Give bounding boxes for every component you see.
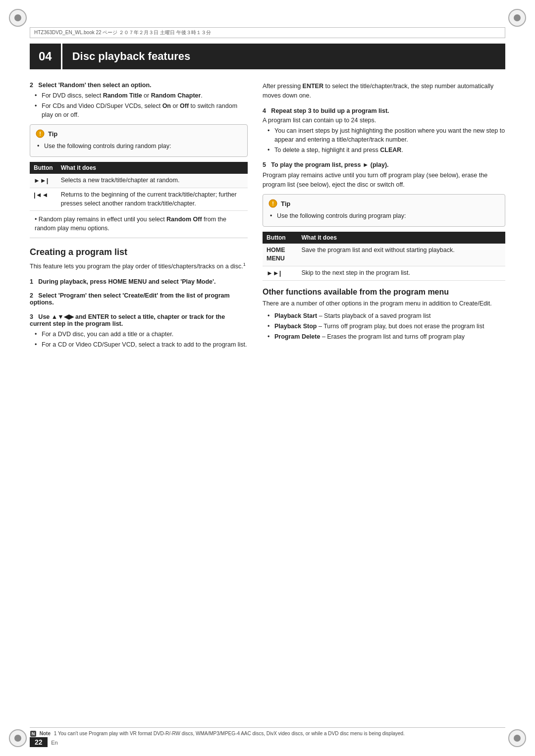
table-row: HOME MENU Save the program list and exit… <box>263 244 505 266</box>
step3-heading: 3 Use ▲▼◀▶ and ENTER to select a title, … <box>30 313 248 327</box>
random-note: • Random play remains in effect until yo… <box>35 215 248 233</box>
table2-col2-header: What it does <box>298 232 506 244</box>
tip-box-2: ! Tip Use the following controls during … <box>263 194 505 226</box>
chapter-number: 04 <box>30 44 62 69</box>
tip-header-1: ! Tip <box>35 129 242 139</box>
step4-bullets: You can insert steps by just highlightin… <box>268 126 505 154</box>
table2-desc-1: Save the program list and exit without s… <box>298 244 506 266</box>
controls-table-1: Button What it does ►►| Selects a new tr… <box>30 162 248 211</box>
footer-note: N Note 1 You can't use Program play with… <box>30 727 505 737</box>
step3-bullet-2: For a CD or Video CD/Super VCD, select a… <box>35 340 248 349</box>
table1-desc-1: Selects a new track/title/chapter at ran… <box>57 174 248 188</box>
other-intro: There are a number of other options in t… <box>263 299 505 308</box>
table1-col1-header: Button <box>30 162 57 174</box>
table-row: ►►| Skip to the next step in the program… <box>263 266 505 281</box>
table-row: |◄◄ Returns to the beginning of the curr… <box>30 188 248 211</box>
page-lang: En <box>51 740 57 746</box>
step2b-heading: 2 Select 'Program' then select 'Create/E… <box>30 292 248 306</box>
step5-heading: 5 To play the program list, press ► (pla… <box>263 161 505 168</box>
tip-label-2: Tip <box>281 200 290 207</box>
tip-label-1: Tip <box>48 130 57 138</box>
table2-col1-header: Button <box>263 232 298 244</box>
svg-text:N: N <box>32 731 35 736</box>
step1-heading: 1 During playback, press HOME MENU and s… <box>30 278 248 285</box>
svg-text:!: ! <box>272 201 274 206</box>
corner-decoration-bl <box>9 729 27 747</box>
tip-icon-1: ! <box>35 129 45 139</box>
corner-decoration-tr <box>508 9 526 27</box>
tip-header-2: ! Tip <box>268 199 500 208</box>
tip-icon-2: ! <box>268 199 278 208</box>
page-number-area: 22 En <box>30 737 58 747</box>
file-header: HTZ363DVD_EN_WL.book 22 ページ ２０７年２月３日 土曜日… <box>30 27 505 38</box>
svg-text:!: ! <box>39 131 41 137</box>
step2-heading: 2 Select 'Random' then select an option. <box>30 82 248 89</box>
tip-box-1: ! Tip Use the following controls during … <box>30 124 248 156</box>
main-content: 2 Select 'Random' then select an option.… <box>30 77 505 716</box>
corner-decoration-br <box>508 729 526 747</box>
table2-btn-1: HOME MENU <box>263 244 298 266</box>
table1-btn-2: |◄◄ <box>30 188 57 211</box>
section-intro: This feature lets you program the play o… <box>30 261 248 271</box>
table-row: ►►| Selects a new track/title/chapter at… <box>30 174 248 188</box>
step4-bullet-1: You can insert steps by just highlightin… <box>268 126 505 144</box>
step4-heading: 4 Repeat step 3 to build up a program li… <box>263 107 505 114</box>
tip-content-1: Use the following controls during random… <box>37 142 242 151</box>
controls-table-2: Button What it does HOME MENU Save the p… <box>263 232 505 281</box>
other-bullet-3: Program Delete – Erases the program list… <box>268 332 505 341</box>
table1-col2-header: What it does <box>57 162 248 174</box>
chapter-header: 04 Disc playback features <box>30 44 505 69</box>
page-num: 22 <box>30 737 48 747</box>
step4-bullet-2: To delete a step, highlight it and press… <box>268 146 505 154</box>
step2-bullet-2: For CDs and Video CD/Super VCDs, select … <box>35 101 248 119</box>
table2-btn-2: ►►| <box>263 266 298 281</box>
step2-bullets: For DVD discs, select Random Title or Ra… <box>35 91 248 119</box>
other-functions-title: Other functions available from the progr… <box>263 288 505 297</box>
tip1-intro: Use the following controls during random… <box>37 142 242 151</box>
other-bullet-2: Playback Stop – Turns off program play, … <box>268 322 505 331</box>
other-bullets: Playback Start – Starts playback of a sa… <box>268 311 505 341</box>
step5-text: Program play remains active until you tu… <box>263 171 505 190</box>
right-column: After pressing ENTER to select the title… <box>263 77 505 716</box>
table1-btn-1: ►►| <box>30 174 57 188</box>
left-column: 2 Select 'Random' then select an option.… <box>30 77 248 716</box>
note-text: 1 You can't use Program play with VR for… <box>54 731 405 736</box>
tip2-intro: Use the following controls during progra… <box>270 211 500 220</box>
corner-decoration-tl <box>9 9 27 27</box>
other-bullet-1: Playback Start – Starts playback of a sa… <box>268 311 505 320</box>
step3-bullet-1: For a DVD disc, you can add a title or a… <box>35 330 248 339</box>
section-title: Creating a program list <box>30 247 248 257</box>
step4-intro: A program list can contain up to 24 step… <box>263 117 505 124</box>
step2-bullet-1: For DVD discs, select Random Title or Ra… <box>35 91 248 100</box>
after-enter-text: After pressing ENTER to select the title… <box>263 82 505 101</box>
tip-content-2: Use the following controls during progra… <box>270 211 500 220</box>
table1-desc-2: Returns to the beginning of the current … <box>57 188 248 211</box>
step3-bullets: For a DVD disc, you can add a title or a… <box>35 330 248 349</box>
chapter-title: Disc playback features <box>62 50 190 63</box>
table2-desc-2: Skip to the next step in the program lis… <box>298 266 506 281</box>
note-icon: N Note <box>30 731 52 736</box>
